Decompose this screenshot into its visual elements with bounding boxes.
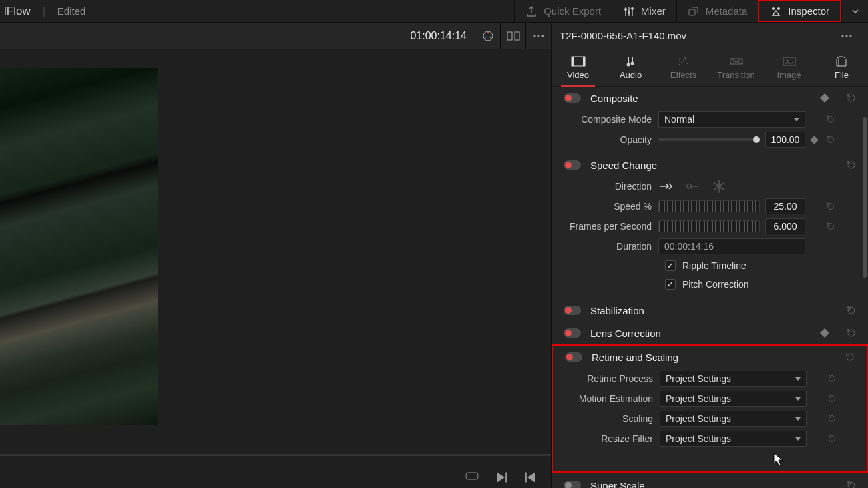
- duration-input[interactable]: 00:00:14:16: [658, 238, 805, 254]
- svg-rect-11: [515, 32, 519, 40]
- svg-point-12: [533, 35, 535, 37]
- keyframe-diamond-icon[interactable]: [820, 93, 829, 103]
- reset-icon[interactable]: [823, 221, 839, 232]
- inspector-panel: Video Audio Effects Transition Image Fil…: [551, 49, 868, 488]
- tab-audio[interactable]: Audio: [604, 49, 657, 86]
- svg-rect-10: [507, 32, 512, 40]
- reset-icon[interactable]: [824, 373, 840, 384]
- viewer-timecode[interactable]: 01:00:14:14: [410, 30, 475, 42]
- dual-viewer-button[interactable]: [500, 23, 525, 49]
- svg-point-9: [484, 36, 486, 38]
- section-retime-header[interactable]: Retime and Scaling: [553, 346, 867, 369]
- svg-point-1: [628, 11, 630, 14]
- ripple-checkbox[interactable]: ✓: [665, 260, 676, 271]
- retime-process-dropdown[interactable]: Project Settings: [660, 371, 807, 387]
- reset-icon[interactable]: [824, 433, 840, 444]
- speed-percent-row: Speed % 25.00: [552, 196, 868, 216]
- scaling-dropdown[interactable]: Project Settings: [660, 411, 807, 427]
- svg-point-25: [630, 62, 634, 65]
- composite-mode-dropdown[interactable]: Normal: [658, 111, 805, 128]
- direction-reverse-button[interactable]: [685, 181, 700, 192]
- reset-icon[interactable]: [844, 351, 856, 363]
- reset-icon[interactable]: [824, 413, 840, 424]
- composite-mode-row: Composite Mode Normal: [552, 109, 868, 130]
- expand-chevron-button[interactable]: [841, 0, 868, 22]
- reset-icon[interactable]: [845, 159, 857, 171]
- mixer-icon: [623, 5, 635, 17]
- section-stabilization-header[interactable]: Stabilization: [552, 299, 868, 322]
- speed-value[interactable]: 25.00: [765, 198, 805, 214]
- reset-icon[interactable]: [824, 393, 840, 404]
- fps-row: Frames per Second 6.000: [552, 216, 868, 236]
- reset-icon[interactable]: [823, 114, 839, 125]
- tab-transition[interactable]: Transition: [710, 49, 763, 86]
- clip-name-bar: T2F-0000-656-A1-F140.mov: [551, 23, 868, 49]
- opacity-slider[interactable]: [658, 138, 760, 141]
- inspector-options-button[interactable]: [833, 34, 860, 38]
- prev-frame-button[interactable]: [524, 471, 537, 481]
- duration-row: Duration 00:00:14:16: [552, 236, 868, 256]
- ellipsis-icon: [841, 34, 853, 38]
- keyframe-diamond-icon[interactable]: [820, 328, 829, 338]
- svg-point-16: [845, 35, 847, 37]
- pitch-checkbox[interactable]: ✓: [665, 279, 676, 290]
- mixer-button[interactable]: Mixer: [612, 0, 676, 22]
- ripple-timeline-row: ✓ Ripple Timeline: [552, 256, 868, 275]
- viewer-panel: [0, 49, 551, 488]
- composite-toggle[interactable]: [564, 93, 581, 103]
- fps-value[interactable]: 6.000: [765, 218, 805, 234]
- retime-process-row: Retime Process Project Settings: [553, 369, 867, 389]
- reset-icon[interactable]: [845, 92, 857, 104]
- viewer-scrubber[interactable]: [0, 454, 551, 456]
- svg-point-0: [624, 8, 627, 11]
- tab-video[interactable]: Video: [552, 49, 604, 86]
- direction-freeze-button[interactable]: [712, 181, 726, 192]
- tab-effects[interactable]: Effects: [657, 49, 710, 86]
- next-frame-button[interactable]: [495, 471, 508, 481]
- keyframe-diamond-icon[interactable]: [810, 136, 819, 144]
- direction-row: Direction: [552, 176, 868, 196]
- resize-filter-dropdown[interactable]: Project Settings: [660, 431, 807, 447]
- bypass-color-button[interactable]: [475, 23, 500, 49]
- loop-button[interactable]: [465, 471, 479, 481]
- reset-icon[interactable]: [823, 134, 839, 145]
- reset-icon[interactable]: [845, 479, 857, 488]
- inspector-button[interactable]: Inspector: [758, 0, 841, 22]
- lens-toggle[interactable]: [564, 328, 581, 338]
- scrollbar-thumb[interactable]: [863, 117, 867, 278]
- reset-icon[interactable]: [845, 304, 857, 316]
- tab-image[interactable]: Image: [763, 49, 815, 86]
- quick-export-button[interactable]: Quick Export: [514, 0, 612, 22]
- image-icon: [782, 55, 797, 67]
- transport-controls: [465, 471, 537, 481]
- svg-point-13: [537, 35, 539, 37]
- transition-icon: [729, 55, 744, 67]
- stabilization-toggle[interactable]: [564, 306, 581, 315]
- speed-toggle[interactable]: [564, 160, 581, 170]
- retime-toggle[interactable]: [565, 352, 582, 362]
- metadata-button[interactable]: Metadata: [676, 0, 758, 22]
- section-superscale-header[interactable]: Super Scale: [552, 474, 868, 488]
- split-view-icon: [507, 30, 520, 42]
- section-speed-header[interactable]: Speed Change: [552, 154, 868, 176]
- section-lens-header[interactable]: Lens Correction: [552, 322, 868, 344]
- reset-icon[interactable]: [823, 201, 839, 212]
- svg-rect-3: [689, 9, 695, 15]
- motion-estimation-dropdown[interactable]: Project Settings: [660, 391, 807, 407]
- edited-status: Edited: [57, 5, 86, 17]
- tab-file[interactable]: File: [815, 49, 868, 86]
- color-wheel-icon: [481, 29, 495, 43]
- svg-point-28: [786, 60, 788, 62]
- svg-point-8: [489, 36, 491, 38]
- speed-scrubber[interactable]: [658, 200, 760, 212]
- superscale-toggle[interactable]: [564, 481, 581, 488]
- inspector-tabs: Video Audio Effects Transition Image Fil…: [552, 49, 868, 87]
- section-composite-header[interactable]: Composite: [552, 87, 868, 109]
- opacity-value[interactable]: 100.00: [765, 132, 805, 148]
- audio-icon: [624, 55, 638, 67]
- inspector-scrollbar[interactable]: [861, 91, 868, 488]
- fps-scrubber[interactable]: [658, 220, 760, 232]
- reset-icon[interactable]: [845, 327, 857, 339]
- viewer-options-button[interactable]: [525, 23, 551, 49]
- direction-forward-button[interactable]: [658, 181, 673, 192]
